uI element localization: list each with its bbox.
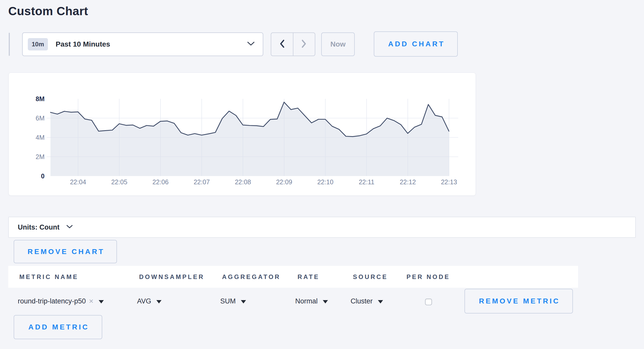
svg-text:22:06: 22:06 [152, 178, 169, 186]
header-rate: RATE [298, 266, 320, 288]
custom-chart-page: { "page": { "title": "Custom Chart" }, "… [0, 0, 644, 349]
svg-text:22:07: 22:07 [194, 178, 210, 186]
units-dropdown[interactable]: Units: Count [8, 217, 636, 238]
svg-text:22:13: 22:13 [441, 178, 457, 186]
caret-down-icon [378, 300, 383, 303]
chart-card: 22:0422:0522:0622:0722:0822:0922:1022:11… [9, 73, 476, 196]
page-title: Custom Chart [8, 4, 88, 18]
chevron-down-icon [66, 225, 73, 230]
svg-text:22:11: 22:11 [359, 178, 375, 186]
svg-text:22:05: 22:05 [111, 178, 128, 186]
add-chart-button[interactable]: ADD CHART [374, 31, 458, 57]
metric-name-select[interactable]: round-trip-latency-p50 × [18, 295, 104, 307]
time-pager [271, 32, 315, 56]
header-aggregator: AGGREGATOR [222, 266, 281, 288]
chevron-left-icon [279, 39, 285, 49]
rate-select[interactable]: Normal [295, 295, 328, 307]
chevron-down-icon [247, 41, 255, 47]
aggregator-value: SUM [220, 297, 236, 305]
time-range-label: Past 10 Minutes [56, 40, 110, 48]
time-range-dropdown[interactable]: 10m Past 10 Minutes [22, 32, 263, 56]
source-select[interactable]: Cluster [351, 295, 383, 307]
add-metric-button[interactable]: ADD METRIC [14, 315, 102, 339]
svg-text:6M: 6M [36, 115, 45, 122]
svg-text:22:12: 22:12 [400, 178, 416, 186]
svg-text:0: 0 [41, 172, 45, 180]
metrics-table-header: METRIC NAME DOWNSAMPLER AGGREGATOR RATE … [8, 266, 578, 288]
header-per-node: PER NODE [406, 266, 450, 288]
aggregator-select[interactable]: SUM [220, 295, 246, 307]
svg-text:22:10: 22:10 [317, 178, 334, 186]
next-timespan-button[interactable] [293, 33, 315, 56]
remove-tag-icon[interactable]: × [89, 297, 94, 305]
svg-text:4M: 4M [36, 134, 45, 141]
caret-down-icon [99, 300, 104, 303]
caret-down-icon [323, 300, 328, 303]
timeseries-chart[interactable]: 22:0422:0522:0622:0722:0822:0922:1022:11… [9, 73, 476, 196]
remove-chart-button[interactable]: REMOVE CHART [14, 240, 117, 263]
svg-text:22:04: 22:04 [70, 178, 86, 186]
downsampler-value: AVG [137, 297, 151, 305]
prev-timespan-button[interactable] [271, 33, 293, 56]
header-source: SOURCE [353, 266, 388, 288]
svg-text:22:08: 22:08 [235, 178, 251, 186]
chevron-right-icon [301, 39, 307, 49]
caret-down-icon [241, 300, 246, 303]
time-window-badge: 10m [28, 38, 48, 50]
units-label: Units: Count [18, 223, 60, 231]
header-metric-name: METRIC NAME [19, 266, 79, 288]
per-node-checkbox[interactable] [425, 299, 432, 305]
now-button[interactable]: Now [321, 32, 355, 56]
metric-name-value: round-trip-latency-p50 [18, 297, 86, 305]
svg-text:2M: 2M [36, 153, 45, 160]
rate-value: Normal [295, 297, 318, 305]
header-downsampler: DOWNSAMPLER [139, 266, 205, 288]
svg-text:8M: 8M [36, 95, 45, 102]
remove-metric-button[interactable]: REMOVE METRIC [464, 289, 573, 313]
source-value: Cluster [351, 297, 373, 305]
svg-text:22:09: 22:09 [276, 178, 292, 186]
downsampler-select[interactable]: AVG [137, 295, 162, 307]
caret-down-icon [156, 300, 162, 303]
toolbar-accent-bar [9, 33, 10, 56]
